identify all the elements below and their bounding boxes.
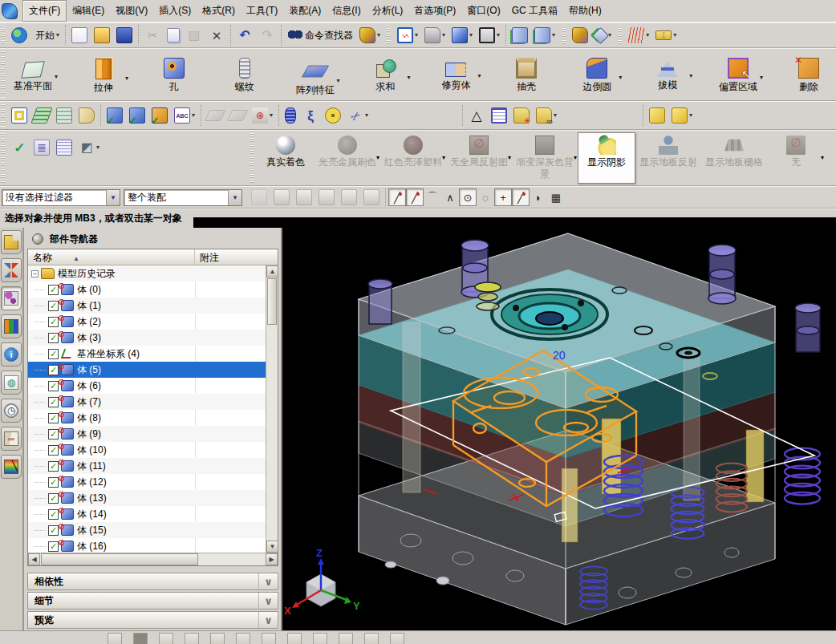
- menu-item[interactable]: 窗口(O): [461, 1, 505, 21]
- toolbar-grip[interactable]: [250, 133, 254, 183]
- feature-button[interactable]: 阵列特征 ▾: [290, 51, 340, 99]
- toolbar-button[interactable]: ▾: [476, 25, 503, 46]
- column-name[interactable]: 名称▲: [28, 249, 195, 265]
- menu-item[interactable]: 信息(I): [327, 1, 366, 21]
- chevron-down-icon[interactable]: ∨: [258, 593, 278, 609]
- menu-item[interactable]: 编辑(E): [67, 1, 110, 21]
- dropdown-caret[interactable]: ▾: [574, 154, 577, 161]
- toolbar-button[interactable]: [262, 633, 276, 644]
- dropdown-caret[interactable]: ▾: [55, 73, 58, 80]
- feature-button[interactable]: 抽壳 ▾: [501, 54, 551, 96]
- toolbar-button[interactable]: ▾: [183, 25, 205, 46]
- dropdown-caret[interactable]: ▾: [554, 112, 557, 119]
- toolbar-button[interactable]: [338, 187, 360, 208]
- snap-point-button[interactable]: ╱: [388, 188, 406, 206]
- toolbar-button[interactable]: ▾: [164, 26, 183, 45]
- toolbar-button[interactable]: ▾: [356, 25, 384, 46]
- dropdown-caret[interactable]: ▾: [689, 112, 692, 119]
- scroll-up-icon[interactable]: ▲: [266, 265, 278, 277]
- toolbar-grip[interactable]: [1, 133, 5, 183]
- toolbar-button[interactable]: [210, 633, 225, 644]
- toolbar-button[interactable]: ▾: [30, 105, 53, 126]
- toolbar-grip[interactable]: [1, 26, 5, 45]
- dropdown-caret[interactable]: ▾: [673, 32, 676, 38]
- selection-scope-combo[interactable]: 整个装配: [124, 189, 242, 206]
- toolbar-grip[interactable]: [1, 104, 5, 127]
- toolbar-button[interactable]: ▾: [531, 25, 558, 46]
- tree-row[interactable]: 体 (7): [28, 394, 266, 410]
- toolbar-button[interactable]: ▾: [126, 105, 148, 126]
- feature-button[interactable]: 拔模 ▾: [643, 55, 692, 95]
- chevron-down-icon[interactable]: ∨: [258, 612, 278, 628]
- dropdown-caret[interactable]: ▾: [337, 77, 340, 84]
- render-style-button[interactable]: 显示地板反射 ▾: [635, 132, 701, 184]
- combo-dropdown-icon[interactable]: [106, 190, 120, 205]
- feature-button[interactable]: 偏置区域 ▾: [713, 54, 763, 96]
- toolbar-button[interactable]: ▾: [533, 105, 560, 126]
- dropdown-caret[interactable]: ▾: [408, 74, 411, 81]
- tree-row[interactable]: 体 (11): [28, 458, 266, 474]
- tree-row[interactable]: 体 (8): [28, 410, 266, 426]
- snap-point-button[interactable]: ◌: [477, 188, 494, 206]
- scroll-left-icon[interactable]: ◀: [28, 553, 40, 565]
- feature-button[interactable]: 基准平面 ▾: [8, 55, 58, 95]
- toolbar-button[interactable]: ▾: [30, 137, 53, 158]
- resource-bar-button[interactable]: [1, 314, 22, 338]
- toolbar-grip[interactable]: [1, 51, 5, 98]
- render-style-button[interactable]: 显示阴影 ▾: [578, 132, 635, 184]
- snap-point-button[interactable]: ⊙: [459, 188, 477, 206]
- toolbar-button[interactable]: ▾: [75, 137, 103, 158]
- menu-item[interactable]: 首选项(P): [408, 1, 461, 21]
- render-style-button[interactable]: 无全局反射图 ▾: [446, 132, 512, 184]
- dropdown-caret[interactable]: ▾: [442, 154, 445, 161]
- toolbar-button[interactable]: ▾: [510, 105, 533, 126]
- resource-bar-button[interactable]: [1, 230, 22, 254]
- feature-button[interactable]: 删除 ▾: [784, 54, 834, 96]
- tree-root-row[interactable]: − 模型历史记录: [28, 265, 266, 281]
- tree-row[interactable]: 体 (6): [28, 378, 266, 394]
- snap-point-button[interactable]: ∧: [441, 188, 459, 206]
- column-note[interactable]: 附注: [195, 249, 224, 265]
- toolbar-button[interactable]: [313, 633, 327, 644]
- feature-button[interactable]: 边倒圆 ▾: [572, 54, 622, 96]
- toolbar-button[interactable]: ▾: [509, 25, 531, 46]
- chevron-down-icon[interactable]: ∨: [258, 573, 278, 589]
- toolbar-button[interactable]: ▾: [249, 105, 276, 126]
- toolbar-button[interactable]: ▾: [171, 105, 198, 126]
- scroll-thumb[interactable]: [267, 278, 277, 325]
- section-bar[interactable]: 细节 ∨: [27, 592, 278, 610]
- feature-button[interactable]: 拉伸 ▾: [79, 53, 128, 97]
- snap-point-button[interactable]: ⌒: [424, 188, 441, 206]
- toolbar-grip[interactable]: [618, 26, 622, 45]
- selection-filter-combo[interactable]: 没有选择过滤器: [2, 189, 120, 206]
- horizontal-scrollbar[interactable]: ◀ ▶: [28, 553, 278, 565]
- toolbar-button[interactable]: ▾: [226, 107, 249, 124]
- toolbar-button[interactable]: ▾: [448, 25, 476, 46]
- render-style-button[interactable]: 显示地板栅格 ▾: [701, 132, 767, 184]
- render-style-button[interactable]: 红色亮泽塑料 ▾: [380, 132, 446, 184]
- resource-bar-button[interactable]: [1, 342, 22, 367]
- resource-bar-button[interactable]: [1, 427, 22, 451]
- snap-point-button[interactable]: +: [494, 188, 512, 206]
- dropdown-caret[interactable]: ▾: [689, 72, 692, 79]
- dropdown-caret[interactable]: ▾: [442, 32, 445, 38]
- dropdown-caret[interactable]: ▾: [477, 72, 481, 79]
- feature-button[interactable]: 求和 ▾: [361, 54, 411, 96]
- tree-row[interactable]: 体 (10): [28, 442, 266, 458]
- toolbar-button[interactable]: ▾: [91, 25, 113, 46]
- menu-item[interactable]: 文件(F): [22, 0, 67, 22]
- scroll-thumb[interactable]: [41, 553, 198, 565]
- toolbar-button[interactable]: [159, 633, 173, 644]
- toolbar-button[interactable]: ▾: [591, 27, 615, 44]
- render-style-button[interactable]: 真实着色 ▾: [257, 132, 315, 184]
- toolbar-button[interactable]: ▾: [8, 25, 30, 46]
- toolbar-button[interactable]: ▾: [233, 25, 256, 46]
- toolbar-button[interactable]: ▾: [75, 105, 98, 126]
- toolbar-button[interactable]: ▾: [394, 25, 421, 46]
- snap-point-button[interactable]: ◗: [530, 188, 547, 206]
- tree-row[interactable]: 体 (16): [28, 538, 266, 553]
- tree-row[interactable]: 体 (1): [28, 298, 266, 314]
- feature-button[interactable]: 孔 ▾: [149, 54, 199, 96]
- dropdown-caret[interactable]: ▾: [377, 32, 380, 38]
- toolbar-button[interactable]: [133, 633, 148, 644]
